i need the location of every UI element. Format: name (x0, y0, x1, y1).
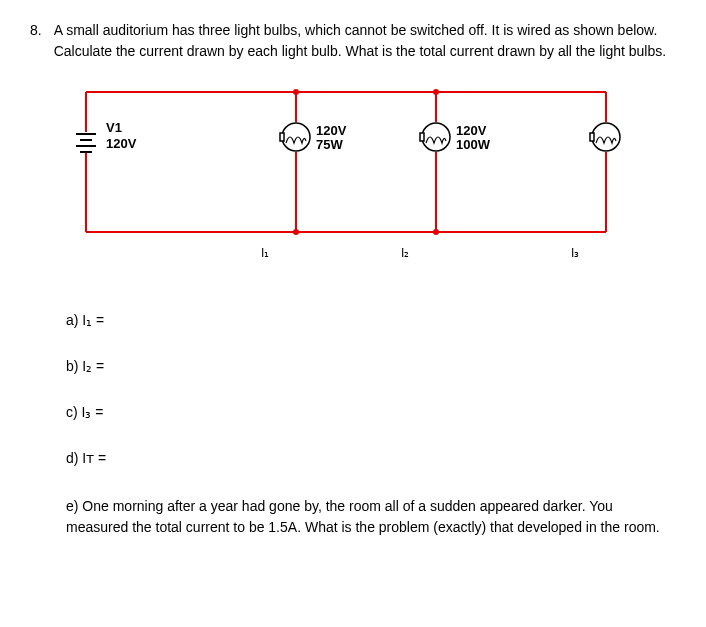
bulb2-power: 100W (456, 137, 491, 152)
svg-point-12 (293, 229, 299, 235)
svg-rect-23 (590, 133, 594, 141)
bulb-2: 120V 100W (420, 123, 491, 152)
part-c: c) I₃ = (66, 404, 676, 420)
bulb2-voltage: 120V (456, 123, 487, 138)
circuit-diagram: V1 120V 120V 75W 120V 100W 120V 60W (66, 82, 626, 282)
part-a: a) I₁ = (66, 312, 676, 328)
bulb-3: 120V 60W (590, 123, 626, 152)
i1-label: I₁ (261, 246, 269, 260)
bulb1-voltage: 120V (316, 123, 347, 138)
bulb-1: 120V 75W (280, 123, 347, 152)
part-d: d) Iᴛ = (66, 450, 676, 466)
source-name: V1 (106, 120, 122, 135)
i3-label: I₃ (571, 246, 579, 260)
bulb1-power: 75W (316, 137, 343, 152)
circuit-svg: V1 120V 120V 75W 120V 100W 120V 60W (66, 82, 626, 282)
part-e: e) One morning after a year had gone by,… (66, 496, 676, 538)
part-b: b) I₂ = (66, 358, 676, 374)
question-number: 8. (30, 20, 42, 62)
question-text: A small auditorium has three light bulbs… (54, 20, 676, 62)
svg-point-11 (433, 89, 439, 95)
svg-point-13 (433, 229, 439, 235)
question-header: 8. A small auditorium has three light bu… (30, 20, 676, 62)
i2-label: I₂ (401, 246, 409, 260)
svg-rect-19 (280, 133, 284, 141)
svg-point-22 (592, 123, 620, 151)
svg-point-18 (282, 123, 310, 151)
svg-point-10 (293, 89, 299, 95)
svg-rect-21 (420, 133, 424, 141)
source-voltage: 120V (106, 136, 137, 151)
svg-point-20 (422, 123, 450, 151)
